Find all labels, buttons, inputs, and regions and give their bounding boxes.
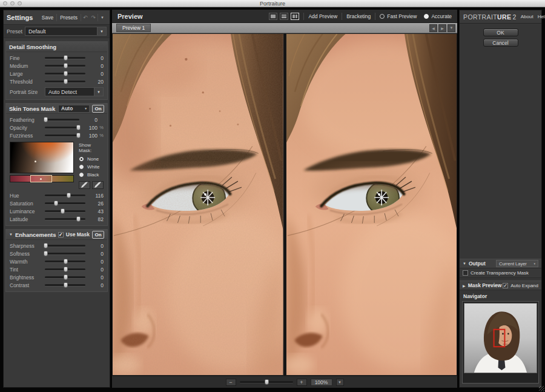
create-transparency-checkbox[interactable] — [463, 270, 468, 276]
slider-track[interactable] — [45, 127, 79, 128]
preview-pane-before[interactable] — [112, 33, 284, 376]
ok-button[interactable]: OK — [483, 28, 518, 36]
slider-track[interactable] — [45, 65, 85, 67]
slider-track[interactable] — [45, 268, 85, 270]
zoom-out-button[interactable]: − — [226, 379, 236, 386]
eyedropper-add-button[interactable] — [79, 181, 90, 189]
gradient-marker[interactable] — [35, 161, 36, 162]
preset-label: Preset — [7, 28, 25, 35]
output-expanded-icon[interactable]: ▼ — [463, 262, 466, 265]
output-row: ▼ Output Current Layer ▾ — [460, 259, 541, 268]
split-horizontal-icon[interactable] — [280, 13, 288, 20]
auto-expand-checkbox[interactable]: ✓ — [503, 283, 508, 288]
slider-thumb[interactable] — [64, 259, 68, 264]
window-zoom-button[interactable] — [18, 1, 22, 5]
radio-option-white[interactable]: White — [79, 163, 104, 171]
add-preview-button[interactable]: Add Preview — [308, 13, 337, 19]
skin-mask-on-button[interactable]: On — [92, 105, 104, 113]
settings-menu-dropdown-icon[interactable]: ▼ — [101, 16, 104, 19]
slider-label: Softness — [10, 251, 41, 257]
window-resize-grip[interactable] — [539, 386, 544, 391]
window-close-button[interactable] — [3, 1, 7, 5]
preview-tab-1[interactable]: Preview 1 — [116, 24, 151, 32]
mask-preview-collapsed-icon[interactable]: ▶ — [463, 284, 466, 288]
slider-thumb[interactable] — [44, 117, 48, 122]
tab-menu-button[interactable]: ▼ — [448, 24, 455, 32]
eyedropper-subtract-button[interactable] — [92, 181, 104, 189]
enhancements-on-button[interactable]: On — [92, 231, 104, 239]
slider-track[interactable] — [45, 276, 85, 278]
slider-track[interactable] — [45, 81, 85, 82]
zoom-level-value[interactable]: 100% — [311, 379, 332, 386]
slider-thumb[interactable] — [64, 267, 68, 272]
zoom-slider-thumb[interactable] — [265, 379, 269, 385]
help-button[interactable]: Help — [538, 14, 545, 19]
zoom-in-button[interactable]: + — [297, 379, 307, 386]
radio-option-none[interactable]: None — [79, 155, 104, 163]
slider-thumb[interactable] — [64, 63, 68, 68]
hue-strip[interactable] — [10, 175, 74, 182]
cancel-button[interactable]: Cancel — [483, 39, 518, 47]
slider-track[interactable] — [45, 73, 85, 75]
tab-scroll-left-button[interactable]: ◀ — [429, 24, 437, 32]
slider-thumb[interactable] — [64, 282, 68, 288]
slider-thumb[interactable] — [54, 201, 58, 206]
zoom-slider-track[interactable] — [240, 381, 293, 383]
slider-track[interactable] — [45, 261, 85, 262]
redo-icon[interactable]: ↷ — [91, 15, 96, 21]
preview-pane-after[interactable] — [286, 33, 458, 376]
slider-track[interactable] — [45, 202, 85, 204]
slider-label: Latitude — [10, 216, 41, 222]
auto-expand-label: Auto Expand — [510, 283, 538, 288]
slider-track[interactable] — [45, 245, 85, 247]
slider-thumb[interactable] — [76, 133, 81, 138]
slider-track[interactable] — [45, 218, 85, 220]
undo-icon[interactable]: ↶ — [83, 15, 88, 21]
about-button[interactable]: About — [521, 14, 533, 19]
slider-track[interactable] — [45, 57, 85, 59]
skin-tone-color-area: Show Mask: NoneWhiteBlack — [6, 139, 107, 189]
output-target-select[interactable]: Current Layer ▾ — [496, 260, 538, 267]
slider-thumb[interactable] — [76, 216, 81, 222]
slider-track[interactable] — [45, 194, 85, 196]
slider-track[interactable] — [45, 119, 79, 121]
slider-thumb[interactable] — [44, 251, 48, 256]
skin-tone-gradient-picker[interactable] — [10, 142, 74, 173]
portrait-size-label: Portrait Size — [10, 89, 45, 95]
slider-thumb[interactable] — [61, 208, 65, 214]
use-mask-checkbox[interactable]: ✓ — [58, 232, 64, 238]
slider-thumb[interactable] — [64, 79, 68, 84]
slider-thumb[interactable] — [64, 71, 68, 76]
slider-row-softness: Softness0 — [6, 250, 107, 257]
portrait-size-select[interactable]: Auto Detect — [45, 87, 94, 96]
slider-thumb[interactable] — [76, 125, 81, 130]
window-minimize-button[interactable] — [10, 1, 15, 5]
radio-option-black[interactable]: Black — [79, 171, 104, 179]
tab-scroll-right-button[interactable]: ▶ — [438, 24, 446, 32]
slider-thumb[interactable] — [64, 55, 68, 61]
slider-track[interactable] — [45, 253, 85, 254]
skin-mask-mode-select[interactable]: Auto ▾ — [58, 105, 90, 113]
preset-select[interactable]: Default — [25, 27, 97, 36]
slider-label: Brightness — [10, 274, 41, 281]
bracketing-button[interactable]: Bracketing — [346, 13, 371, 19]
hue-selection[interactable] — [30, 175, 51, 182]
slider-track[interactable] — [45, 284, 85, 286]
collapse-triangle-icon[interactable]: ▼ — [9, 233, 13, 236]
preset-dropdown-icon[interactable]: ▼ — [97, 27, 107, 36]
split-vertical-icon[interactable] — [291, 13, 299, 20]
portrait-size-dropdown-icon[interactable]: ▼ — [94, 87, 104, 96]
slider-thumb[interactable] — [67, 193, 71, 198]
slider-value: 100 — [83, 125, 97, 131]
save-button[interactable]: Save — [39, 13, 56, 22]
navigator-thumbnail[interactable] — [464, 303, 537, 373]
zoom-level-dropdown-icon[interactable]: ▼ — [336, 379, 344, 386]
slider-thumb[interactable] — [64, 274, 68, 280]
single-view-icon[interactable] — [269, 13, 277, 20]
fast-preview-radio[interactable] — [380, 14, 385, 19]
slider-track[interactable] — [45, 210, 85, 212]
slider-thumb[interactable] — [44, 243, 48, 248]
presets-button[interactable]: Presets — [57, 13, 81, 22]
accurate-radio[interactable] — [424, 14, 429, 19]
slider-track[interactable] — [45, 135, 79, 136]
